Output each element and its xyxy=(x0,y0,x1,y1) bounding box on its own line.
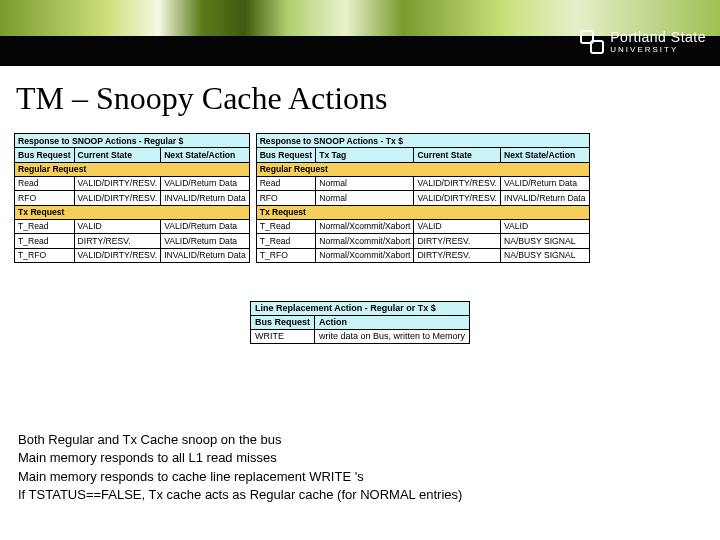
table-caption: Line Replacement Action - Regular or Tx … xyxy=(250,301,469,315)
footer-notes: Both Regular and Tx Cache snoop on the b… xyxy=(18,431,462,504)
col-header: Tx Tag xyxy=(316,148,414,162)
col-header: Bus Request xyxy=(250,315,314,329)
table-caption: Response to SNOOP Actions - Regular $ xyxy=(15,134,250,148)
col-header: Current State xyxy=(414,148,501,162)
col-header: Next State/Action xyxy=(161,148,250,162)
table-row: T_RFO VALID/DIRTY/RESV. INVALID/Return D… xyxy=(15,248,250,262)
brand-name: Portland State xyxy=(610,30,706,44)
table-row: WRITE write data on Bus, written to Memo… xyxy=(250,329,469,343)
table-tx-cache: Response to SNOOP Actions - Tx $ Bus Req… xyxy=(256,133,590,263)
table-caption: Response to SNOOP Actions - Tx $ xyxy=(256,134,589,148)
col-header: Action xyxy=(314,315,469,329)
table-regular-cache: Response to SNOOP Actions - Regular $ Bu… xyxy=(14,133,250,263)
header-banner: Portland State UNIVERSITY xyxy=(0,0,720,66)
col-header: Bus Request xyxy=(15,148,75,162)
logo-icon xyxy=(580,30,604,54)
table-row: Read Normal VALID/DIRTY/RESV. VALID/Retu… xyxy=(256,176,589,190)
table-row: RFO Normal VALID/DIRTY/RESV. INVALID/Ret… xyxy=(256,191,589,205)
note-line: Main memory responds to all L1 read miss… xyxy=(18,449,462,467)
col-header: Current State xyxy=(74,148,161,162)
table-row: T_Read Normal/Xcommit/Xabort DIRTY/RESV.… xyxy=(256,234,589,248)
section-label: Tx Request xyxy=(15,205,250,219)
section-label: Regular Request xyxy=(256,162,589,176)
brand-logo: Portland State UNIVERSITY xyxy=(580,30,706,54)
col-header: Bus Request xyxy=(256,148,316,162)
brand-subtitle: UNIVERSITY xyxy=(610,46,706,54)
table-row: T_RFO Normal/Xcommit/Xabort DIRTY/RESV. … xyxy=(256,248,589,262)
table-line-replacement: Line Replacement Action - Regular or Tx … xyxy=(250,301,470,344)
table-row: T_Read Normal/Xcommit/Xabort VALID VALID xyxy=(256,219,589,233)
note-line: Both Regular and Tx Cache snoop on the b… xyxy=(18,431,462,449)
note-line: If TSTATUS==FALSE, Tx cache acts as Regu… xyxy=(18,486,462,504)
note-line: Main memory responds to cache line repla… xyxy=(18,468,462,486)
page-title: TM – Snoopy Cache Actions xyxy=(16,80,720,117)
table-row: T_Read DIRTY/RESV. VALID/Return Data xyxy=(15,234,250,248)
section-label: Regular Request xyxy=(15,162,250,176)
section-label: Tx Request xyxy=(256,205,589,219)
col-header: Next State/Action xyxy=(501,148,590,162)
table-row: Read VALID/DIRTY/RESV. VALID/Return Data xyxy=(15,176,250,190)
table-row: RFO VALID/DIRTY/RESV. INVALID/Return Dat… xyxy=(15,191,250,205)
table-row: T_Read VALID VALID/Return Data xyxy=(15,219,250,233)
